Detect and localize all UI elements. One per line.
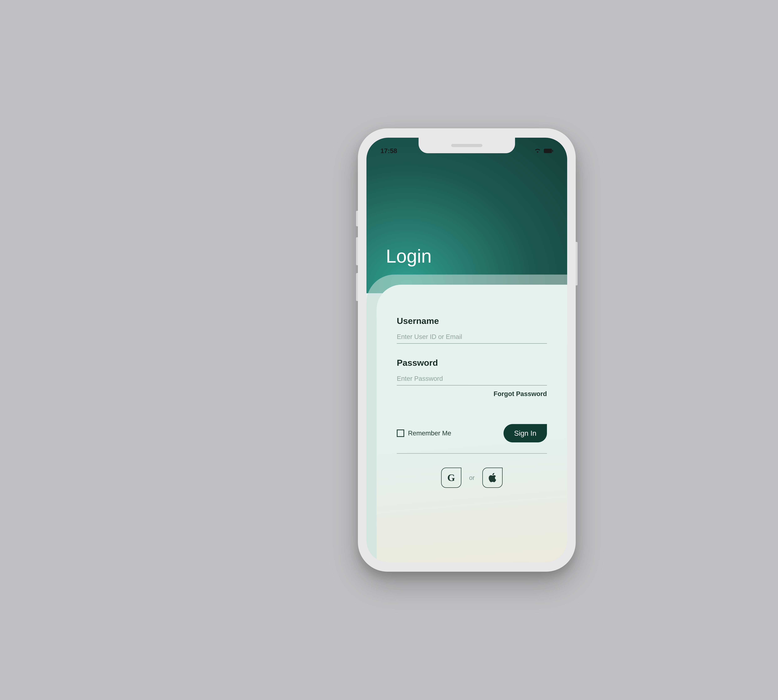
wifi-icon — [534, 147, 541, 155]
svg-rect-1 — [552, 150, 553, 152]
svg-rect-0 — [544, 149, 552, 153]
phone-volume-up — [356, 237, 358, 265]
remember-me-checkbox[interactable] — [397, 430, 404, 437]
google-icon: G — [447, 472, 455, 483]
username-field-group: Username — [397, 316, 547, 343]
remember-me-label: Remember Me — [408, 430, 451, 437]
apple-icon — [488, 472, 497, 483]
social-login-row: G or — [397, 468, 547, 488]
login-header: 17:58 Login — [366, 138, 567, 293]
password-label: Password — [397, 358, 547, 368]
remember-me-group[interactable]: Remember Me — [397, 430, 451, 437]
phone-mockup-frame: 17:58 Login Username — [358, 128, 576, 572]
password-field-group: Password Forgot Password — [397, 358, 547, 398]
phone-power-button — [576, 242, 578, 285]
battery-icon — [544, 147, 553, 155]
apple-login-button[interactable] — [482, 468, 503, 488]
status-time: 17:58 — [381, 147, 397, 155]
username-input[interactable] — [397, 330, 547, 343]
password-input[interactable] — [397, 372, 547, 385]
social-separator: or — [469, 474, 475, 481]
username-label: Username — [397, 316, 547, 326]
forgot-password-link[interactable]: Forgot Password — [494, 390, 547, 397]
sign-in-button[interactable]: Sign In — [504, 424, 547, 442]
login-card-backdrop: Username Password Forgot Password Rememb… — [366, 275, 567, 562]
google-login-button[interactable]: G — [441, 468, 461, 488]
action-row: Remember Me Sign In — [397, 424, 547, 453]
phone-notch — [419, 138, 515, 153]
login-card: Username Password Forgot Password Rememb… — [377, 285, 567, 562]
status-indicators — [534, 147, 553, 155]
phone-speaker — [451, 144, 482, 147]
phone-screen: 17:58 Login Username — [366, 138, 567, 562]
phone-silence-switch — [356, 211, 358, 226]
page-title: Login — [386, 245, 432, 267]
phone-volume-down — [356, 273, 358, 301]
